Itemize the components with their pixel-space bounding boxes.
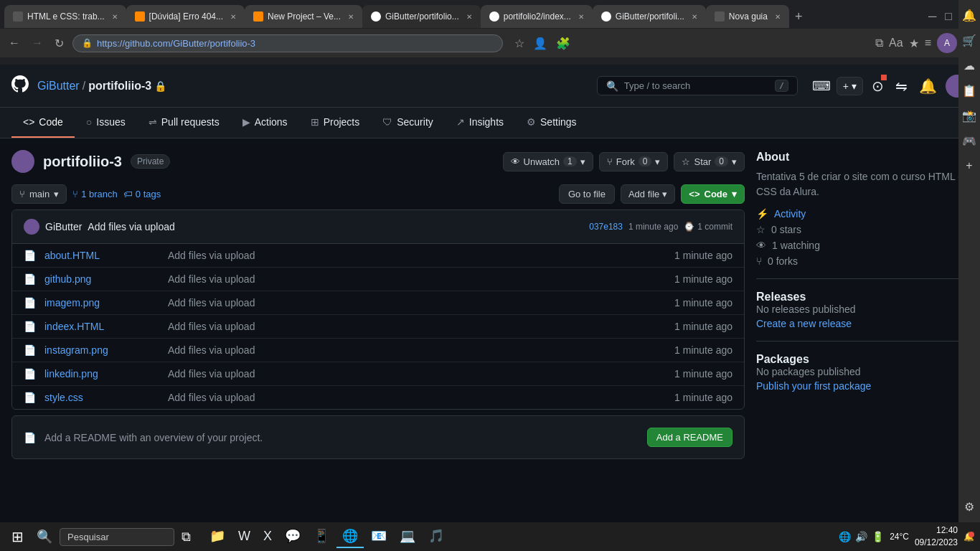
tab-close-5[interactable]: ✕ — [578, 13, 584, 21]
taskbar-app-outlook[interactable]: 📧 — [365, 525, 392, 548]
network-icon[interactable]: 🌐 — [839, 531, 851, 542]
edge-sidebar-icon-1[interactable]: 🔔 — [959, 6, 979, 25]
taskbar-search[interactable]: Pesquisar — [60, 528, 174, 546]
file-name[interactable]: imagem.png — [44, 297, 159, 309]
edge-sidebar-icon-2[interactable]: 🛒 — [959, 31, 979, 50]
search-icon[interactable]: 🔍 — [32, 526, 57, 547]
file-name[interactable]: linkedin.png — [44, 368, 159, 380]
file-name[interactable]: indeex.HTML — [44, 321, 159, 332]
profile-icon[interactable]: 👤 — [533, 37, 547, 50]
create-new-button[interactable]: + ▾ — [837, 77, 863, 95]
edge-sidebar-icon-7[interactable]: + — [963, 156, 975, 175]
back-button[interactable]: ← — [6, 37, 23, 50]
notification-button[interactable]: 🔔 — [963, 532, 974, 542]
edge-sidebar-settings-icon[interactable]: ⚙ — [961, 497, 977, 517]
go-to-file-button[interactable]: Go to file — [559, 184, 615, 204]
minimize-button[interactable]: ─ — [928, 10, 936, 24]
issues-icon[interactable]: ⊙ — [869, 75, 887, 98]
edge-sidebar-icon-3[interactable]: ☁ — [961, 56, 978, 75]
fork-button[interactable]: ⑂ Fork 0 ▾ — [599, 152, 669, 171]
reload-button[interactable]: ↻ — [52, 37, 67, 50]
code-button[interactable]: <> Code ▾ — [681, 184, 745, 204]
repo-owner[interactable]: GiButter — [37, 80, 80, 93]
taskbar-app-spotify[interactable]: 🎵 — [423, 525, 450, 548]
forks-stat[interactable]: ⑂ 0 forks — [756, 255, 969, 267]
tab-close-4[interactable]: ✕ — [466, 13, 472, 21]
notifications-icon[interactable]: 🔔 — [916, 75, 940, 98]
tab-insights[interactable]: ↗ Insights — [445, 108, 515, 138]
browser-profile-avatar[interactable]: A — [937, 33, 957, 53]
split-view-icon[interactable]: ⧉ — [875, 37, 883, 50]
commit-message[interactable]: Add files via upload — [88, 221, 174, 232]
file-name[interactable]: style.css — [44, 392, 159, 403]
repo-name[interactable]: portifoliio-3 — [88, 80, 151, 93]
taskbar-app-edge[interactable]: 🌐 — [336, 525, 364, 548]
taskbar-app-vscode[interactable]: 💻 — [394, 525, 421, 548]
activity-stat[interactable]: ⚡ Activity — [756, 208, 969, 220]
branch-count-link[interactable]: ⑂ 1 branch — [72, 189, 118, 199]
commit-sha[interactable]: 037e183 — [589, 222, 623, 232]
tags-link[interactable]: 🏷 0 tags — [123, 189, 161, 199]
tab-close-2[interactable]: ✕ — [230, 13, 236, 21]
branch-selector[interactable]: ⑂ main ▾ — [11, 184, 67, 204]
unwatch-button[interactable]: 👁 Unwatch 1 ▾ — [503, 152, 593, 171]
battery-icon[interactable]: 🔋 — [872, 531, 884, 542]
tab-code[interactable]: <> Code — [11, 108, 75, 138]
add-file-button[interactable]: Add file ▾ — [621, 184, 675, 204]
add-readme-button[interactable]: Add a README — [647, 428, 732, 447]
github-logo[interactable] — [11, 75, 29, 97]
tab-projects[interactable]: ⊞ Projects — [299, 108, 372, 138]
file-name[interactable]: github.png — [44, 273, 159, 285]
tab-security[interactable]: 🛡 Security — [371, 108, 445, 138]
extension-icon[interactable]: 🧩 — [556, 37, 570, 50]
task-view-icon[interactable]: ⧉ — [177, 527, 195, 547]
stars-stat[interactable]: ☆ 0 stars — [756, 224, 969, 235]
tab-close-3[interactable]: ✕ — [348, 13, 354, 21]
favorites-icon[interactable]: ★ — [909, 37, 919, 50]
edge-sidebar-icon-4[interactable]: 📋 — [959, 81, 979, 100]
tab-close-6[interactable]: ✕ — [692, 13, 697, 21]
watching-stat[interactable]: 👁 1 watching — [756, 240, 969, 251]
edge-sidebar-icon-6[interactable]: 🎮 — [959, 131, 979, 151]
clock[interactable]: 12:40 09/12/2023 — [915, 524, 958, 549]
url-input[interactable]: 🔒 https://github.com/GiButter/portifolii… — [72, 34, 503, 52]
taskbar-app-excel[interactable]: X — [258, 526, 278, 548]
global-search[interactable]: 🔍 Type / to search / — [597, 76, 798, 95]
collections-icon[interactable]: ≡ — [925, 37, 931, 50]
taskbar-app-word[interactable]: W — [232, 526, 256, 548]
create-release-link[interactable]: Create a new release — [756, 318, 852, 329]
tab-3[interactable]: New Project – Ve... ✕ — [245, 5, 362, 28]
tab-7[interactable]: Nova guia ✕ — [706, 5, 789, 28]
tab-settings[interactable]: ⚙ Settings — [515, 108, 588, 138]
forward-button[interactable]: → — [29, 37, 46, 50]
publish-package-link[interactable]: Publish your first package — [756, 380, 871, 392]
tab-actions[interactable]: ▶ Actions — [231, 108, 299, 138]
edge-sidebar-icon-5[interactable]: 📸 — [959, 106, 979, 126]
pull-requests-icon[interactable]: ⇋ — [892, 75, 910, 98]
start-button[interactable]: ⊞ — [6, 525, 29, 548]
taskbar-app-explorer[interactable]: 📁 — [204, 525, 231, 548]
file-name[interactable]: about.HTML — [44, 250, 159, 261]
tab-close-7[interactable]: ✕ — [775, 13, 781, 21]
tab-4[interactable]: GiButter/portifolio... ✕ — [362, 5, 481, 28]
taskbar-app-teams[interactable]: 💬 — [279, 525, 306, 548]
bookmark-icon[interactable]: ☆ — [514, 37, 524, 50]
terminal-icon[interactable]: ⌨ — [812, 78, 831, 94]
taskbar-app-whatsapp[interactable]: 📱 — [308, 525, 335, 548]
commit-count[interactable]: ⌚ 1 commit — [684, 222, 732, 232]
maximize-button[interactable]: □ — [945, 10, 952, 24]
volume-icon[interactable]: 🔊 — [855, 531, 867, 542]
tab-issues[interactable]: ○ Issues — [75, 108, 137, 138]
tab-1[interactable]: HTML e CSS: trab... ✕ — [4, 5, 126, 28]
new-tab-button[interactable]: + — [789, 9, 809, 24]
tab-6[interactable]: GiButter/portifoli... ✕ — [593, 5, 706, 28]
tab-5[interactable]: portifolio2/index... ✕ — [481, 5, 593, 28]
stars-label: 0 stars — [771, 224, 801, 235]
star-button[interactable]: ☆ Star 0 ▾ — [674, 152, 745, 171]
tab-pull-requests[interactable]: ⇌ Pull requests — [137, 108, 231, 138]
tab-close-1[interactable]: ✕ — [112, 13, 118, 21]
commit-author[interactable]: GiButter — [45, 221, 82, 232]
read-mode-icon[interactable]: Aa — [889, 37, 903, 50]
tab-2[interactable]: [Dúvida] Erro 404... ✕ — [126, 5, 245, 28]
file-name[interactable]: instagram.png — [44, 344, 159, 356]
